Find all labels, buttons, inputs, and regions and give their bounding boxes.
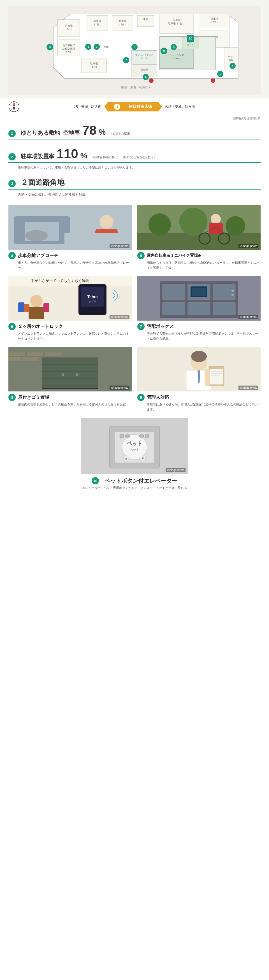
svg-text:🚲: 🚲 — [212, 80, 214, 82]
svg-text:（路面・歩道・街路樹）: （路面・歩道・街路樹） — [118, 85, 151, 89]
svg-text:美夢苑: 美夢苑 — [173, 19, 180, 22]
feature-5-label: ※image photo — [239, 244, 258, 248]
feature-7-desc: 不在時でも荷物の受け取りが可能な24時間対応宅配ボックスは、不一規でスマートに操… — [147, 331, 261, 341]
feature-2-divider — [8, 162, 261, 163]
floor-plan-container: 駐車場 （3台） 地下機械式 駐輪駐車場 （17台） 駐車場 （1台） 駐車場 … — [8, 6, 261, 95]
svg-rect-92 — [209, 223, 223, 234]
feature-10-desc: エレベーターにペット専用ボタンがあることにより、ペットと一緒に乗れる — [82, 486, 187, 490]
feature-1-subtitle: （道入れ間口比） — [110, 132, 134, 136]
svg-rect-112 — [162, 284, 185, 300]
svg-text:エントランス: エントランス — [169, 54, 184, 57]
svg-rect-104 — [43, 303, 49, 312]
svg-text:駐車場: 駐車場 — [119, 20, 126, 22]
svg-text:（3台）: （3台） — [64, 28, 73, 30]
svg-text:Tebra: Tebra — [87, 294, 97, 299]
svg-point-121 — [231, 294, 234, 296]
svg-rect-125 — [27, 352, 43, 356]
svg-text:駐車場: 駐車場 — [65, 24, 73, 27]
svg-text:車路: 車路 — [103, 46, 109, 48]
feature-3-num: 3 — [8, 180, 16, 187]
svg-point-89 — [179, 208, 207, 236]
feature-2-header: 2 駐車場設置率 110 % （駐車台数/住戸数比）（機械式などを含む台数比） — [8, 147, 261, 161]
feature-9-card: ※image photo 9 管理人対応 常駐ではありませんが、管理人が定期的に… — [137, 347, 261, 412]
svg-rect-115 — [162, 302, 185, 315]
feature-5-num: 5 — [137, 252, 145, 259]
svg-text:駐車場: 駐車場 — [210, 18, 218, 20]
image-grid-1: ※image photo 4 歩車分離アプローチ 車と人、自転車などの動線を分け… — [8, 205, 261, 270]
svg-text:▼: ▼ — [141, 457, 145, 460]
bottom-spacer — [8, 498, 261, 509]
image-grid-3: ※image photo 8 扉付きゴミ置場 敷地内の美観を維持し、日々の衛生を… — [8, 347, 261, 412]
svg-rect-149 — [137, 347, 261, 391]
feature-6-num: 6 — [8, 323, 16, 330]
svg-point-91 — [211, 214, 221, 224]
svg-text:バイク: バイク — [228, 56, 234, 58]
svg-text:ペット: ペット — [129, 448, 140, 452]
svg-rect-116 — [188, 302, 210, 315]
svg-point-158 — [125, 434, 130, 438]
feature-6-image: 手がふさがっていてもらくらく解錠 Tebra テブラ — [8, 276, 132, 321]
image-grid-2: 手がふさがっていてもらくらく解錠 Tebra テブラ — [8, 276, 261, 341]
svg-rect-119 — [192, 288, 206, 296]
svg-rect-103 — [18, 302, 24, 312]
svg-text:（1台）: （1台） — [89, 65, 98, 68]
feature-3: 3 ２面道路角地 近隣・採光に優れ、敷地周辺に開放感を創出。 — [8, 178, 261, 197]
direction-street-label: 3 朝日町商店街 — [108, 102, 158, 111]
feature-7-label: ※image photo — [239, 315, 258, 319]
svg-text:7: 7 — [125, 59, 127, 62]
feature-8-card: ※image photo 8 扉付きゴミ置場 敷地内の美観を維持し、日々の衛生を… — [8, 347, 132, 412]
svg-text:駐車場（1台）: 駐車場（1台） — [168, 22, 185, 25]
feature-1-divider — [8, 139, 261, 140]
svg-text:9: 9 — [163, 49, 165, 53]
svg-point-88 — [148, 213, 171, 236]
svg-text:ホール: ホール — [141, 57, 148, 59]
feature-9-desc: 常駐ではありませんが、管理人が定期的に建物の清掃や不具合の確認などに伺います。 — [147, 402, 261, 412]
floor-plan-svg: 駐車場 （3台） 地下機械式 駐輪駐車場 （17台） 駐車場 （1台） 駐車場 … — [8, 6, 261, 95]
svg-rect-114 — [213, 284, 236, 300]
svg-text:1: 1 — [88, 45, 89, 48]
svg-point-90 — [226, 216, 245, 236]
svg-text:6: 6 — [173, 46, 175, 49]
svg-text:車路: 車路 — [143, 18, 148, 21]
feature-9-title: 管理人対応 — [147, 395, 169, 400]
svg-text:（3台）: （3台） — [118, 23, 127, 26]
svg-text:🚶: 🚶 — [150, 80, 153, 82]
svg-text:8: 8 — [232, 64, 233, 67]
feature-4-image: ※image photo — [8, 205, 132, 250]
direction-section: N × JR「安城」駅方面 3 朝日町商店街 名鉄「安城」駅方面 国際地点処理情… — [0, 98, 269, 115]
svg-text:2: 2 — [96, 45, 97, 48]
feature-8-num: 8 — [8, 394, 16, 401]
feature-1: 1 ゆとりある敷地 空地率 78 % （道入れ間口比） — [8, 124, 261, 140]
feature-8-image: ※image photo — [8, 347, 132, 391]
feature-10-content: ペット ペット ▲ ▼ ※image photo 10 ペットボタン付 — [8, 418, 261, 490]
direction-badge: 3 — [114, 103, 120, 110]
svg-text:駐輪駐車場: 駐輪駐車場 — [62, 47, 75, 50]
svg-point-136 — [76, 373, 78, 376]
feature-5-title: 屋内自転車＆ミニバイク置場 — [147, 253, 198, 258]
feature-10-image: ペット ペット ▲ ▼ ※image photo — [81, 418, 188, 474]
svg-text:▲: ▲ — [124, 457, 128, 460]
feature-8-desc: 敷地内の美観を維持し、日々の衛生を高いみを助ける扉付きのゴミ置場を設置 — [18, 402, 132, 407]
svg-text:ホール: ホール — [187, 44, 194, 46]
feature-8-title: 扉付きゴミ置場 — [18, 395, 49, 400]
feature-4-card: ※image photo 4 歩車分離アプローチ 車と人、自転車などの動線を分け… — [8, 205, 132, 270]
main-content: 1 ゆとりある敷地 空地率 78 % （道入れ間口比） 2 駐車場設置率 110… — [0, 115, 269, 509]
svg-rect-127 — [8, 357, 21, 361]
svg-point-83 — [99, 215, 113, 229]
feature-3-divider — [8, 189, 261, 189]
feature-6-card: 手がふさがっていてもらくらく解錠 Tebra テブラ — [8, 276, 132, 341]
svg-point-120 — [231, 290, 234, 292]
svg-text:テブラ: テブラ — [89, 300, 96, 303]
svg-text:（17台）: （17台） — [63, 51, 74, 54]
svg-text:置場: 置場 — [229, 59, 233, 61]
direction-street-name: 朝日町商店街 — [129, 104, 152, 109]
feature-10-num: 10 — [92, 477, 99, 484]
svg-text:6: 6 — [134, 46, 135, 49]
feature-7-title: 宅配ボックス — [147, 324, 174, 329]
feature-8-title-row: 8 扉付きゴミ置場 — [8, 394, 132, 401]
svg-text:地下機械式: 地下機械式 — [62, 44, 75, 47]
feature-5-image: ※image photo — [137, 205, 261, 250]
svg-point-100 — [30, 295, 43, 307]
feature-7-num: 7 — [137, 323, 145, 330]
feature-7-image: ※image photo — [137, 276, 261, 321]
